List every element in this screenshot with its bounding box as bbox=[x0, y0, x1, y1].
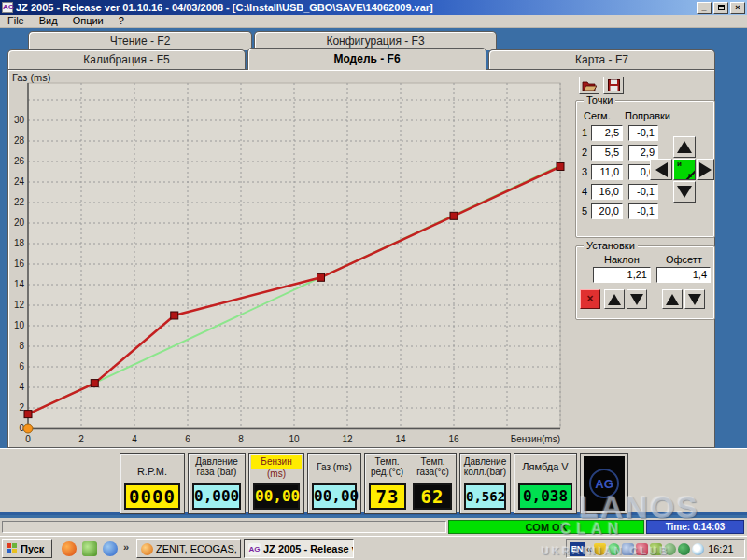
svg-text:8: 8 bbox=[238, 434, 244, 444]
menu-view[interactable]: Вид bbox=[32, 15, 65, 27]
green-status-icon[interactable] bbox=[678, 543, 690, 555]
search-icon[interactable] bbox=[692, 543, 704, 555]
segment-1-field[interactable]: 2,5 bbox=[591, 125, 623, 141]
com-status: COM OK bbox=[448, 520, 644, 534]
internet-explorer-icon[interactable] bbox=[103, 541, 118, 556]
segment-2-field[interactable]: 5,5 bbox=[591, 145, 623, 161]
tab-calibration-f5[interactable]: Калибрация - F5 bbox=[7, 49, 246, 70]
correction-4-field[interactable]: -0,1 bbox=[628, 184, 658, 200]
segment-column-header: Сегм. bbox=[584, 110, 611, 121]
svg-text:10: 10 bbox=[289, 434, 300, 444]
point-left-button[interactable] bbox=[650, 159, 672, 180]
start-label: Пуск bbox=[21, 543, 44, 554]
app-icon: AG bbox=[2, 2, 13, 13]
correction-1-field[interactable]: -0,1 bbox=[628, 125, 658, 141]
gauge-label: Давление колл.(bar) bbox=[462, 456, 508, 477]
gauge-rpm: R.P.M. 0000 bbox=[120, 453, 185, 514]
shield-icon[interactable] bbox=[594, 543, 606, 555]
tab-reading-f2[interactable]: Чтение - F2 bbox=[28, 31, 252, 50]
tray-collapse-chevron[interactable]: « bbox=[586, 543, 592, 554]
gauge-lambda: Лямбда V 0,038 bbox=[514, 453, 577, 514]
open-folder-icon bbox=[582, 80, 597, 91]
point-index: 4 bbox=[582, 186, 591, 197]
slope-up-button[interactable] bbox=[604, 289, 625, 309]
offset-up-button[interactable] bbox=[662, 289, 683, 309]
point-down-button[interactable] bbox=[673, 181, 696, 203]
point-up-button[interactable] bbox=[673, 136, 696, 158]
gauge-panel: R.P.M. 0000 Давление газа (bar) 0,000 Бе… bbox=[0, 448, 747, 515]
ag-logo-background: AG bbox=[584, 456, 625, 511]
point-index: 3 bbox=[582, 166, 591, 177]
agent-icon[interactable] bbox=[664, 543, 676, 555]
save-file-button[interactable] bbox=[603, 77, 624, 94]
gauge-gas-pressure: Давление газа (bar) 0,000 bbox=[188, 453, 246, 514]
task-button-jz2005[interactable]: AG JZ 2005 - Release ve... bbox=[244, 539, 354, 558]
svg-text:12: 12 bbox=[14, 300, 25, 310]
svg-text:6: 6 bbox=[19, 361, 24, 371]
firefox-icon[interactable] bbox=[62, 541, 77, 556]
gauge-label: Газ (ms) bbox=[310, 462, 359, 472]
up-arrow-icon bbox=[677, 141, 692, 153]
open-file-button[interactable] bbox=[579, 77, 599, 94]
segment-3-field[interactable]: 11,0 bbox=[591, 164, 623, 180]
segment-5-field[interactable]: 20,0 bbox=[591, 203, 623, 219]
ag-logo-icon: AG bbox=[248, 543, 261, 555]
gauge-temperatures: Темп. ред.(°c) Темп. газа(°c) 73 62 bbox=[364, 453, 457, 514]
offset-label: Офсетт bbox=[666, 254, 702, 265]
volume-icon[interactable] bbox=[622, 543, 634, 555]
tab-model-f6[interactable]: Модель - F6 bbox=[247, 48, 486, 70]
language-indicator[interactable]: EN bbox=[570, 542, 585, 556]
settings-group-title: Установки bbox=[584, 240, 638, 251]
quick-launch-overflow-chevron[interactable]: » bbox=[123, 541, 129, 553]
point-right-button[interactable] bbox=[697, 159, 714, 180]
restore-button[interactable] bbox=[713, 2, 728, 14]
down-arrow-icon bbox=[677, 186, 692, 198]
segment-4-field[interactable]: 16,0 bbox=[591, 184, 623, 200]
gauge-value: 00,00 bbox=[312, 483, 357, 510]
svg-text:2: 2 bbox=[78, 434, 84, 444]
green-app-icon[interactable] bbox=[650, 543, 662, 555]
task-label: ZENIT, ECOGAS, Power ... bbox=[156, 543, 241, 554]
mode-toggle-button[interactable]: и к bbox=[673, 159, 696, 180]
correction-5-field[interactable]: -0,1 bbox=[628, 203, 658, 219]
svg-text:4: 4 bbox=[132, 434, 137, 444]
slope-down-button[interactable] bbox=[627, 289, 647, 309]
menu-help[interactable]: ? bbox=[111, 15, 132, 27]
menu-options[interactable]: Опции bbox=[65, 15, 111, 27]
offset-down-button[interactable] bbox=[684, 289, 705, 309]
status-bar: COM OK Time: 0:14:03 bbox=[0, 518, 747, 536]
ag-logo-tile: AG bbox=[580, 453, 628, 514]
start-button[interactable]: Пуск bbox=[2, 539, 52, 558]
gas-fuel-model-chart[interactable]: 0246810121416182022242628300246810121416… bbox=[7, 78, 568, 448]
window-title: JZ 2005 - Release ver 01.10.16 - 04/03/2… bbox=[16, 2, 697, 13]
reset-button[interactable]: × bbox=[580, 289, 600, 309]
svg-text:8: 8 bbox=[19, 341, 24, 351]
gauge-label: R.P.M. bbox=[122, 467, 182, 477]
gauge-label: Давление газа (bar) bbox=[190, 456, 243, 477]
gauge-value: 73 bbox=[369, 483, 406, 510]
task-button-zenit[interactable]: ZENIT, ECOGAS, Power ... bbox=[136, 539, 241, 558]
close-button[interactable]: × bbox=[730, 2, 745, 14]
gauge-gas-ms: Газ (ms) 00,00 bbox=[307, 453, 361, 514]
minimize-button[interactable]: _ bbox=[697, 2, 712, 14]
tab-map-f7[interactable]: Карта - F7 bbox=[488, 49, 715, 70]
gauge-value: 62 bbox=[413, 483, 452, 510]
menu-file[interactable]: File bbox=[0, 15, 32, 27]
offset-field[interactable]: 1,4 bbox=[656, 267, 711, 283]
svg-text:Бензин(ms): Бензин(ms) bbox=[511, 434, 560, 444]
red-app-icon[interactable] bbox=[636, 543, 648, 555]
green-app-icon[interactable] bbox=[82, 541, 97, 556]
gauge-label: Бензин (ms) bbox=[251, 455, 302, 469]
windows-logo-icon bbox=[7, 543, 18, 554]
right-arrow-icon bbox=[699, 162, 712, 177]
gauge-value: 0000 bbox=[124, 483, 180, 510]
restore-icon bbox=[718, 5, 725, 10]
menu-bar: File Вид Опции ? bbox=[0, 15, 747, 28]
mode-letter-bottom: к bbox=[688, 171, 692, 179]
point-index: 5 bbox=[582, 205, 591, 217]
svg-text:14: 14 bbox=[395, 434, 406, 444]
floppy-disk-icon bbox=[608, 79, 620, 91]
slope-field[interactable]: 1,21 bbox=[593, 267, 651, 283]
gauge-value: 0,000 bbox=[192, 483, 241, 510]
antivirus-check-icon[interactable] bbox=[608, 543, 620, 555]
